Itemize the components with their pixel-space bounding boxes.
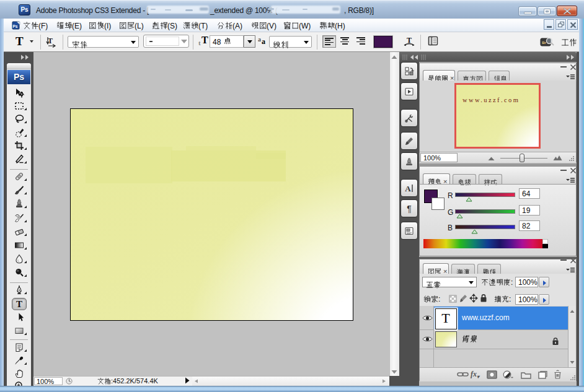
- svg-text:Ps: Ps: [13, 24, 18, 28]
- svg-text:A: A: [405, 184, 411, 193]
- svg-text:Br: Br: [542, 41, 546, 45]
- svg-text:T: T: [48, 37, 53, 45]
- svg-text:¶: ¶: [407, 204, 412, 214]
